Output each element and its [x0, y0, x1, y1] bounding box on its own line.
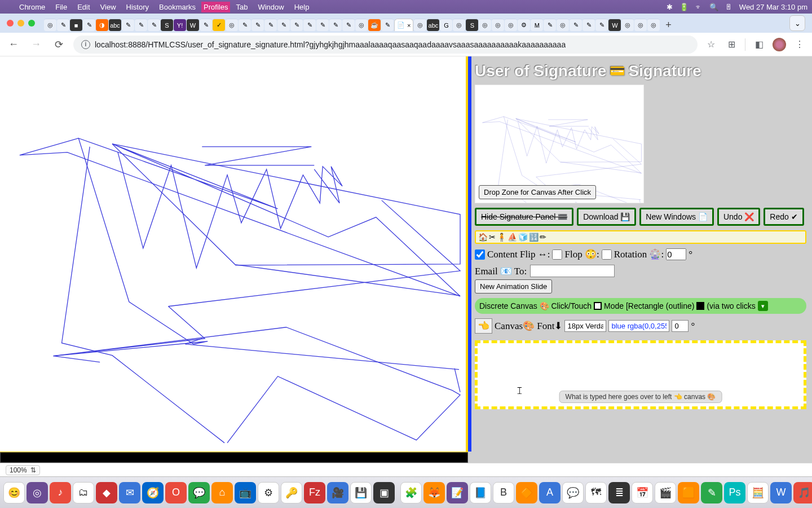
- menu-file[interactable]: File: [51, 2, 72, 12]
- tab-fav[interactable]: ✎: [148, 19, 160, 31]
- new-windows-button[interactable]: New Windows 📄: [639, 208, 714, 226]
- battery-icon[interactable]: 🔋: [679, 3, 689, 11]
- tab-fav[interactable]: ◎: [621, 19, 634, 31]
- apple-menu[interactable]: [5, 6, 14, 8]
- zoom-window[interactable]: [28, 20, 35, 27]
- tab-fav[interactable]: ■: [70, 19, 82, 31]
- menu-bookmarks[interactable]: Bookmarks: [155, 2, 200, 12]
- tab-list-button[interactable]: ⌄: [789, 15, 805, 31]
- canvas-mode-pill[interactable]: Discrete Canvas 🎨 Click/Touch Mode [Rect…: [475, 298, 806, 314]
- menu-profiles[interactable]: Profiles: [201, 2, 230, 12]
- tab-fav[interactable]: ✎: [135, 19, 147, 31]
- wifi-icon[interactable]: ᯤ: [695, 3, 703, 11]
- tab-fav[interactable]: W: [608, 19, 621, 31]
- tab-close-icon[interactable]: ×: [407, 22, 411, 29]
- spotlight-icon[interactable]: 🔍: [709, 3, 718, 11]
- mode-checkbox-b[interactable]: [696, 302, 704, 310]
- dock-app[interactable]: 🗺: [585, 482, 607, 503]
- tab-fav[interactable]: ✎: [342, 19, 355, 31]
- tab-fav[interactable]: S: [161, 19, 173, 31]
- tab-fav[interactable]: ◎: [492, 19, 504, 31]
- tab-fav[interactable]: ✓: [213, 19, 225, 31]
- tab-fav[interactable]: ◎: [557, 19, 569, 31]
- flip-checkbox[interactable]: [475, 249, 485, 260]
- dock-app[interactable]: 📘: [470, 482, 491, 503]
- tab-fav[interactable]: ✎: [582, 19, 595, 31]
- menu-edit[interactable]: Edit: [73, 2, 94, 12]
- tab-fav[interactable]: ✎: [316, 19, 329, 31]
- bookmark-star-icon[interactable]: ☆: [704, 38, 718, 51]
- tab-fav[interactable]: S: [466, 19, 478, 31]
- menu-window[interactable]: Window: [253, 2, 288, 12]
- drop-zone-button[interactable]: Drop Zone for Canvas After Click: [479, 185, 596, 199]
- tab-fav[interactable]: ☕: [368, 19, 381, 31]
- dock-app[interactable]: 🟧: [678, 482, 699, 503]
- rotation-input[interactable]: [666, 248, 686, 260]
- dock-app[interactable]: 🧮: [747, 482, 769, 503]
- text-entry-canvas[interactable]: 𝙸 What is typed here goes over to left 👈…: [475, 340, 806, 409]
- tab-fav[interactable]: ✎: [290, 19, 303, 31]
- hide-panel-button[interactable]: Hide Signature Panel 🟰: [475, 208, 573, 226]
- reload-button[interactable]: ⟳: [51, 37, 67, 52]
- tab-fav[interactable]: ✎: [329, 19, 342, 31]
- tab-fav[interactable]: ✎: [595, 19, 608, 31]
- undo-button[interactable]: Undo ❌: [717, 208, 760, 226]
- tab-fav[interactable]: ◎: [505, 19, 517, 31]
- dock-app[interactable]: ✎: [701, 482, 722, 503]
- flop-checkbox[interactable]: [552, 249, 562, 260]
- new-tab-button[interactable]: +: [660, 17, 676, 33]
- dock-app[interactable]: 🎵: [793, 482, 812, 503]
- email-input[interactable]: [530, 265, 615, 277]
- control-center-icon[interactable]: 🎚: [725, 3, 732, 11]
- extensions-icon[interactable]: ⊞: [725, 38, 738, 51]
- profile-avatar[interactable]: [773, 38, 786, 51]
- dock-app[interactable]: 📅: [632, 482, 653, 503]
- tab-fav[interactable]: ◎: [226, 19, 238, 31]
- tab-fav[interactable]: ✎: [381, 19, 394, 31]
- menu-help[interactable]: Help: [290, 2, 314, 12]
- tab-active[interactable]: 📄 ×: [394, 19, 413, 31]
- tab-fav[interactable]: ✎: [122, 19, 134, 31]
- site-info-icon[interactable]: i: [81, 40, 90, 49]
- dock-app[interactable]: 💬: [562, 482, 584, 503]
- tab-fav[interactable]: G: [440, 19, 452, 31]
- bluetooth-icon[interactable]: ✱: [667, 3, 673, 11]
- dock-app[interactable]: 🎬: [655, 482, 676, 503]
- dock-app[interactable]: Ps: [724, 482, 745, 503]
- new-slide-button[interactable]: New Animation Slide: [475, 279, 552, 294]
- canvas-palette-button[interactable]: 👈: [475, 318, 492, 334]
- menu-tab[interactable]: Tab: [231, 2, 252, 12]
- tab-fav[interactable]: ✎: [200, 19, 212, 31]
- menu-view[interactable]: View: [96, 2, 121, 12]
- mode-dropdown-icon[interactable]: ▾: [758, 301, 768, 311]
- tab-fav[interactable]: M: [531, 19, 543, 31]
- tab-fav[interactable]: ✎: [57, 19, 69, 31]
- tab-fav[interactable]: ⚙: [518, 19, 530, 31]
- tool-strip[interactable]: 🏠✂ 🧍⛵ 🧊🔢 ✏: [475, 230, 806, 244]
- tab-fav[interactable]: ✎: [264, 19, 277, 31]
- dock-app[interactable]: W: [770, 482, 792, 503]
- minimize-window[interactable]: [17, 20, 24, 27]
- tab-fav[interactable]: ✎: [277, 19, 290, 31]
- forward-button[interactable]: →: [28, 37, 44, 52]
- tab-fav[interactable]: ✎: [570, 19, 582, 31]
- close-window[interactable]: [7, 20, 14, 27]
- dock-app[interactable]: B: [493, 482, 514, 503]
- tab-fav[interactable]: ✎: [239, 19, 251, 31]
- download-button[interactable]: Download 💾: [577, 208, 636, 226]
- rotation-checkbox[interactable]: [602, 249, 612, 260]
- tab-fav[interactable]: ◎: [647, 19, 660, 31]
- tab-fav[interactable]: Y!: [174, 19, 186, 31]
- tab-fav[interactable]: ◎: [355, 19, 368, 31]
- tab-fav[interactable]: ✎: [83, 19, 95, 31]
- tab-fav[interactable]: ✎: [251, 19, 264, 31]
- redo-button[interactable]: Redo ✔: [764, 208, 804, 226]
- menubar-clock[interactable]: Wed 27 Mar 3:10 pm: [739, 3, 807, 11]
- color-input[interactable]: [608, 320, 669, 332]
- tab-fav[interactable]: ◎: [414, 19, 426, 31]
- tab-fav[interactable]: ✎: [303, 19, 316, 31]
- tab-fav[interactable]: abc: [109, 19, 121, 31]
- tab-fav[interactable]: W: [187, 19, 199, 31]
- mode-checkbox-a[interactable]: [594, 302, 602, 310]
- dock-app[interactable]: ≣: [608, 482, 630, 503]
